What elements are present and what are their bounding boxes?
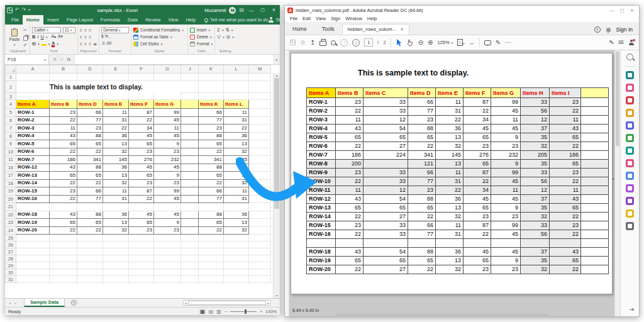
row-header-4[interactable]: 4 [6, 100, 16, 109]
normal-view-icon[interactable]: ▦ [199, 309, 206, 314]
data-cell[interactable]: 77 [77, 116, 103, 125]
user-name[interactable]: Muzammil [204, 8, 226, 13]
cell[interactable] [129, 255, 154, 262]
data-cell[interactable]: 45 [154, 116, 181, 125]
pdf-scroll-thumb[interactable] [616, 52, 619, 146]
data-cell[interactable]: 88 [77, 164, 103, 172]
data-cell[interactable]: 36 [103, 132, 129, 140]
menu-view[interactable]: View [313, 16, 328, 21]
autosum-button[interactable]: Σ [217, 28, 220, 33]
combine-files-icon[interactable] [626, 121, 634, 130]
data-cell[interactable]: 36 [103, 211, 129, 219]
row-header-3[interactable]: 3 [6, 93, 16, 100]
close-button[interactable]: ✕ [628, 8, 636, 13]
scroll-down-icon[interactable]: ▼ [274, 294, 280, 297]
column-header-L[interactable]: L [224, 65, 249, 74]
cell[interactable] [249, 276, 271, 283]
data-cell[interactable]: 13 [103, 140, 129, 148]
cell[interactable] [77, 74, 103, 81]
horizontal-scrollbar[interactable]: ◂ ▸ [183, 300, 271, 306]
zoom-in-button[interactable]: + [260, 309, 262, 314]
cell[interactable] [199, 203, 224, 211]
cell[interactable] [50, 269, 77, 276]
cell[interactable] [16, 262, 50, 269]
data-cell[interactable]: 65 [199, 219, 224, 227]
cell[interactable] [181, 248, 199, 255]
row-header-26[interactable]: 26 [6, 242, 16, 248]
data-cell[interactable]: 65 [199, 172, 224, 180]
data-cell[interactable]: 65 [129, 140, 154, 148]
cell[interactable] [16, 203, 50, 211]
data-cell[interactable]: 43 [50, 164, 77, 172]
cell[interactable] [181, 276, 199, 283]
cell[interactable] [154, 93, 181, 100]
data-cell[interactable]: 65 [50, 140, 77, 148]
data-cell[interactable] [181, 211, 199, 219]
row-label-cell[interactable]: ROW-15 [16, 187, 50, 196]
cell[interactable] [77, 93, 103, 100]
shrink-font-button[interactable]: A▾ [58, 35, 63, 39]
data-cell[interactable]: 145 [103, 156, 129, 164]
data-cell[interactable]: 22 [77, 148, 103, 156]
cell[interactable] [16, 276, 50, 283]
row-label-cell[interactable]: ROW-4 [16, 132, 50, 140]
cell[interactable] [154, 242, 181, 248]
protect-pdf-icon[interactable] [626, 172, 634, 180]
row-label-cell[interactable]: ROW-13 [16, 172, 50, 180]
italic-button[interactable]: I [37, 35, 38, 40]
cell[interactable] [16, 255, 50, 262]
data-cell[interactable]: 23 [50, 109, 77, 117]
fill-color-button[interactable] [42, 42, 47, 46]
print-icon[interactable] [319, 41, 326, 46]
ribbon-tab-formulas[interactable]: Formulas [97, 15, 124, 25]
cell[interactable] [199, 235, 224, 242]
cell[interactable] [181, 242, 199, 248]
row-header-8[interactable]: 8 [6, 132, 16, 140]
header-cell[interactable]: Items E [103, 100, 129, 109]
ribbon-tab-view[interactable]: View [165, 15, 182, 25]
cell[interactable] [77, 262, 103, 269]
row-header-11[interactable]: 11 [6, 156, 16, 164]
minimize-button[interactable]: — [247, 8, 255, 13]
notifications-icon[interactable] [606, 28, 611, 32]
row-header-21[interactable]: 21 [6, 203, 16, 211]
data-cell[interactable]: 99 [154, 187, 181, 196]
data-cell[interactable] [181, 195, 199, 203]
zoom-in-icon[interactable]: ⊕ [428, 40, 433, 46]
row-header-18[interactable]: 18 [6, 179, 16, 187]
fill-sign-icon[interactable] [626, 159, 634, 167]
header-cell[interactable]: Items F [129, 100, 154, 109]
cell[interactable] [129, 248, 154, 255]
cell[interactable] [129, 203, 154, 211]
cell[interactable] [249, 116, 271, 125]
share-upload-icon[interactable]: ↥ [310, 40, 315, 46]
data-cell[interactable]: 22 [50, 226, 77, 235]
data-cell[interactable]: 31 [103, 116, 129, 125]
pdf-vertical-scrollbar[interactable] [614, 50, 620, 316]
data-cell[interactable]: 22 [129, 195, 154, 203]
bold-button[interactable]: B [32, 35, 35, 40]
data-cell[interactable]: 276 [129, 156, 154, 164]
find-select-button[interactable]: ◎ [226, 35, 231, 40]
cell-styles-button[interactable]: Cell Styles [133, 40, 186, 47]
select-all-corner[interactable] [6, 65, 16, 74]
data-cell[interactable]: 11 [50, 125, 77, 133]
cancel-entry-icon[interactable]: ✕ [53, 57, 57, 62]
data-cell[interactable]: 22 [50, 179, 77, 187]
data-cell[interactable]: 45 [129, 132, 154, 140]
maximize-button[interactable]: ▢ [258, 8, 267, 13]
data-cell[interactable]: 22 [224, 125, 249, 133]
data-cell[interactable]: 88 [77, 211, 103, 219]
paste-button[interactable]: Paste [8, 26, 21, 48]
cell[interactable] [16, 74, 50, 81]
row-header-2[interactable]: 2 [6, 81, 16, 93]
new-sheet-button[interactable]: + [71, 300, 77, 306]
cell[interactable] [224, 269, 249, 276]
page-break-view-icon[interactable]: ▥ [216, 309, 221, 314]
data-cell[interactable]: 36 [103, 164, 129, 172]
more-tools-icon[interactable]: ··· [505, 40, 511, 46]
cell[interactable] [181, 81, 199, 93]
data-cell[interactable]: 13 [103, 172, 129, 180]
cell[interactable] [16, 235, 50, 242]
data-cell[interactable]: 88 [199, 164, 224, 172]
